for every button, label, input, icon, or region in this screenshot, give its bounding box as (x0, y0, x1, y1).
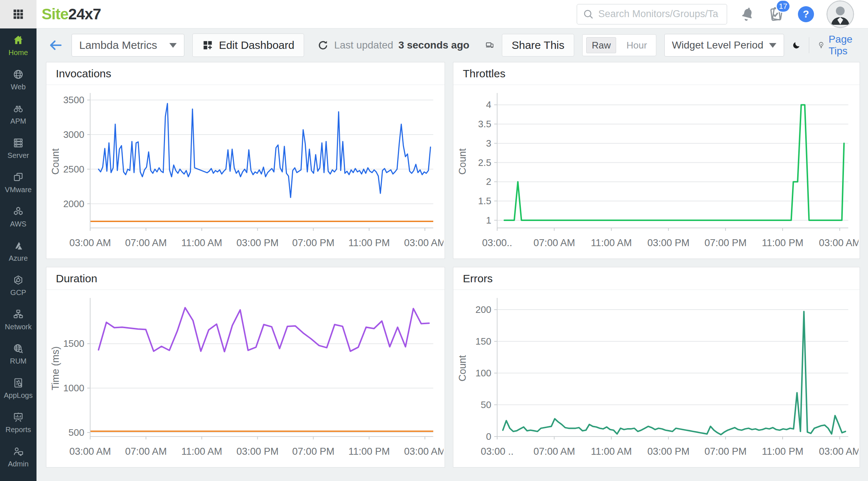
widget-period-selector[interactable]: Widget Level Period (664, 34, 784, 57)
hour-label: Hour (626, 40, 647, 51)
admin-icon (12, 446, 24, 457)
chevron-down-icon (769, 43, 776, 48)
help-button[interactable]: ? (798, 6, 814, 22)
sidebar-item-azure[interactable]: Azure (0, 234, 37, 268)
svg-text:Count: Count (457, 355, 468, 381)
chart-duration[interactable]: 1500100050003:00 AM07:00 AM11:00 AM03:00… (46, 292, 443, 466)
logo-24x7: 24x7 (68, 5, 101, 23)
sidebar-item-network[interactable]: Network (0, 303, 37, 337)
chart-invocations[interactable]: 350030002500200003:00 AM07:00 AM11:00 AM… (46, 87, 443, 257)
sidebar-item-label: RUM (10, 357, 27, 365)
applogs-icon (12, 377, 24, 389)
edit-dashboard-button[interactable]: Edit Dashboard (192, 34, 304, 57)
svg-text:11:00 AM: 11:00 AM (591, 446, 632, 457)
rum-icon (12, 343, 24, 354)
server-icon (12, 137, 24, 149)
svg-text:07:00 AM: 07:00 AM (125, 446, 167, 457)
chart-title-throttles: Throttles (463, 67, 506, 80)
sidebar-item-label: Server (8, 151, 29, 160)
svg-text:1: 1 (486, 215, 491, 226)
aws-icon (12, 206, 24, 217)
chart-title-errors: Errors (463, 272, 493, 285)
sidebar-item-gcp[interactable]: GCP (0, 268, 37, 303)
sidebar-item-apm[interactable]: APM (0, 97, 37, 131)
svg-text:07:00 AM: 07:00 AM (533, 446, 575, 457)
chevron-down-icon (169, 43, 177, 48)
granularity-toggle: Raw Hour (582, 34, 656, 56)
back-arrow-button[interactable] (47, 37, 64, 53)
sidebar-item-applogs[interactable]: AppLogs (0, 371, 37, 406)
main-content: Lambda Metrics Edit Dashboard Last updat… (37, 28, 868, 481)
sidebar-item-label: VMware (5, 186, 31, 194)
alerts-bell-button[interactable] (740, 6, 756, 22)
svg-text:03:00 AM: 03:00 AM (69, 237, 111, 248)
svg-text:Time (ms): Time (ms) (50, 346, 61, 390)
sidebar-nav: HomeWebAPMServerVMwareAWSAzureGCPNetwork… (0, 28, 37, 481)
sidebar-item-server[interactable]: Server (0, 131, 37, 166)
notification-count-badge: 17 (776, 0, 791, 13)
svg-text:0: 0 (486, 431, 491, 442)
search-input[interactable] (598, 8, 719, 20)
svg-text:100: 100 (476, 368, 491, 379)
chart-title-invocations: Invocations (56, 67, 111, 80)
sidebar-item-label: APM (10, 117, 26, 125)
refresh-icon[interactable] (317, 39, 329, 51)
app-root: Site24x7 (0, 0, 868, 481)
sidebar-item-aws[interactable]: AWS (0, 200, 37, 234)
svg-text:11:00 AM: 11:00 AM (591, 237, 632, 248)
granularity-raw-option[interactable]: Raw (586, 37, 616, 53)
edit-dashboard-icon (202, 40, 213, 51)
share-this-button[interactable]: Share This (502, 34, 575, 57)
top-header: Site24x7 (0, 0, 868, 28)
page-tips-label: Page Tips (829, 34, 857, 57)
site24x7-logo: Site24x7 (42, 5, 101, 23)
sidebar-item-vmware[interactable]: VMware (0, 166, 37, 200)
svg-text:11:00 PM: 11:00 PM (762, 446, 803, 457)
svg-text:03:00..: 03:00.. (482, 237, 512, 248)
svg-text:3.5: 3.5 (478, 119, 491, 129)
dark-mode-toggle[interactable] (792, 37, 801, 54)
user-avatar[interactable] (826, 0, 854, 28)
svg-text:11:00 PM: 11:00 PM (762, 237, 803, 248)
svg-text:03:00 AM: 03:00 AM (819, 237, 859, 248)
help-icon: ? (798, 6, 814, 22)
sidebar-item-home[interactable]: Home (0, 28, 37, 63)
svg-text:150: 150 (476, 336, 491, 347)
svg-text:1500: 1500 (63, 338, 84, 349)
page-tips-button[interactable]: Page Tips (817, 34, 857, 57)
toolbar-divider (809, 37, 809, 53)
header-actions: 17 ? (577, 0, 868, 28)
devices-view-icon[interactable] (485, 37, 494, 53)
dashboard-selector[interactable]: Lambda Metrics (72, 34, 184, 57)
sidebar-item-label: AWS (10, 220, 27, 228)
svg-text:11:00 AM: 11:00 AM (181, 446, 222, 457)
granularity-hour-option[interactable]: Hour (621, 37, 652, 53)
svg-text:03:00 AM: 03:00 AM (404, 237, 443, 248)
svg-text:03:00 PM: 03:00 PM (647, 237, 690, 248)
svg-text:2000: 2000 (63, 198, 84, 209)
sidebar-item-admin[interactable]: Admin (0, 440, 37, 474)
logo-site: Site (42, 5, 68, 23)
svg-text:07:00 PM: 07:00 PM (292, 446, 335, 457)
share-this-label: Share This (512, 39, 565, 51)
sidebar-item-label: Network (5, 323, 31, 331)
bell-icon (740, 6, 756, 22)
app-grid-button[interactable] (0, 0, 37, 28)
svg-text:11:00 PM: 11:00 PM (348, 446, 390, 457)
svg-text:2.5: 2.5 (478, 157, 491, 168)
network-icon (12, 309, 24, 320)
chart-throttles[interactable]: 43.532.521.5103:00..07:00 AM11:00 AM03:0… (453, 87, 859, 257)
sidebar-item-web[interactable]: Web (0, 63, 37, 97)
chart-card-throttles: Throttles43.532.521.5103:00..07:00 AM11:… (453, 62, 860, 259)
global-search (577, 4, 727, 24)
svg-text:07:00 PM: 07:00 PM (704, 237, 747, 248)
raw-label: Raw (592, 40, 611, 51)
notifications-button[interactable]: 17 (768, 5, 786, 23)
dashboard-selector-value: Lambda Metrics (79, 39, 164, 51)
sidebar-item-rum[interactable]: RUM (0, 337, 37, 371)
svg-text:3000: 3000 (63, 129, 84, 140)
svg-text:3500: 3500 (63, 94, 84, 105)
sidebar-item-reports[interactable]: Reports (0, 406, 37, 440)
chart-errors[interactable]: 20015010050003:00 ..07:00 AM11:00 AM03:0… (453, 292, 859, 466)
widget-period-value: Widget Level Period (672, 39, 764, 51)
